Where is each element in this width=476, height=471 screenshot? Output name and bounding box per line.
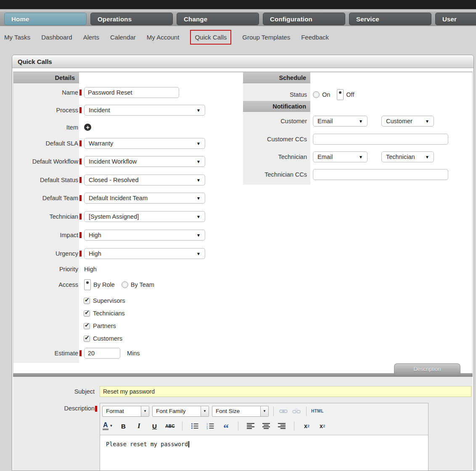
technician-notify-label: Technician bbox=[243, 153, 310, 160]
subject-input[interactable] bbox=[100, 386, 471, 397]
technician-label: Technician bbox=[13, 213, 79, 220]
notification-header: Notification bbox=[243, 101, 310, 112]
subscript-icon[interactable]: x2 bbox=[301, 421, 312, 431]
process-select[interactable]: Incident▼ bbox=[84, 105, 205, 116]
unlink-icon[interactable] bbox=[291, 406, 301, 416]
technicians-label: Technicians bbox=[93, 310, 125, 317]
font-size-select[interactable]: Font Size ▼ bbox=[212, 406, 269, 417]
required-marker bbox=[79, 214, 82, 220]
default-status-label: Default Status bbox=[13, 177, 79, 183]
default-team-select[interactable]: Default Incident Team▼ bbox=[84, 193, 205, 204]
quick-call-form: Details Schedule Notification Name Proce… bbox=[13, 71, 473, 373]
align-right-icon[interactable] bbox=[277, 421, 287, 431]
default-workflow-select[interactable]: Incident Workflow▼ bbox=[84, 156, 205, 167]
chevron-down-icon: ▼ bbox=[359, 155, 363, 159]
chevron-down-icon: ▼ bbox=[260, 406, 268, 416]
editor-content[interactable]: Please reset my password bbox=[100, 435, 428, 471]
italic-icon[interactable]: I bbox=[134, 421, 144, 431]
customer-recipient-select[interactable]: Customer▼ bbox=[381, 116, 434, 127]
description-label: Description bbox=[13, 403, 95, 412]
subnav-group-templates[interactable]: Group Templates bbox=[242, 34, 290, 41]
technician-recipient-select[interactable]: Technician▼ bbox=[381, 151, 434, 162]
chevron-down-icon: ▼ bbox=[196, 159, 201, 164]
quick-calls-panel: Quick Calls Details Schedule Notificatio… bbox=[12, 55, 474, 471]
estimate-input[interactable] bbox=[84, 348, 120, 359]
chevron-down-icon: ▼ bbox=[196, 251, 201, 256]
bullet-list-icon[interactable] bbox=[190, 421, 200, 431]
tab-operations[interactable]: Operations bbox=[90, 13, 173, 25]
urgency-label: Urgency bbox=[13, 250, 79, 257]
subnav-my-tasks[interactable]: My Tasks bbox=[4, 34, 30, 41]
chevron-down-icon: ▼ bbox=[201, 406, 209, 416]
subnav-calendar[interactable]: Calendar bbox=[110, 34, 136, 41]
access-label: Access bbox=[13, 281, 79, 288]
default-workflow-label: Default Workflow bbox=[13, 158, 79, 165]
bold-icon[interactable]: B bbox=[118, 421, 128, 431]
default-sla-select[interactable]: Warranty▼ bbox=[84, 138, 205, 149]
supervisors-label: Supervisors bbox=[93, 297, 125, 304]
subnav-feedback[interactable]: Feedback bbox=[301, 34, 329, 41]
technicians-checkbox[interactable] bbox=[84, 310, 90, 317]
technician-ccs-label: Technician CCs bbox=[243, 171, 310, 178]
urgency-select[interactable]: High▼ bbox=[84, 248, 205, 259]
strikethrough-icon[interactable]: ABC bbox=[165, 421, 175, 431]
schedule-header: Schedule bbox=[243, 72, 310, 83]
access-by-role-radio[interactable] bbox=[84, 279, 91, 290]
align-center-icon[interactable] bbox=[261, 421, 271, 431]
supervisors-checkbox[interactable] bbox=[84, 298, 90, 304]
required-marker bbox=[79, 232, 82, 238]
numbered-list-icon[interactable]: 123 bbox=[205, 421, 215, 431]
tab-change[interactable]: Change bbox=[177, 13, 259, 25]
technician-select[interactable]: [System Assigned]▼ bbox=[84, 211, 205, 222]
partners-label: Partners bbox=[93, 323, 116, 329]
editor-toolbar-row2: A▼ B I U ABC 123 “ bbox=[100, 419, 428, 435]
tab-home[interactable]: Home bbox=[4, 13, 87, 25]
status-off-radio[interactable] bbox=[337, 89, 344, 100]
required-marker bbox=[79, 350, 82, 356]
superscript-icon[interactable]: x2 bbox=[317, 421, 327, 431]
format-select[interactable]: Format ▼ bbox=[102, 406, 149, 417]
status-on-radio[interactable] bbox=[313, 91, 320, 98]
priority-value: High bbox=[84, 266, 97, 273]
plus-circle-icon[interactable]: + bbox=[84, 124, 91, 131]
status-on-label: On bbox=[322, 91, 330, 98]
name-label: Name bbox=[13, 89, 79, 96]
sub-nav: My Tasks Dashboard Alerts Calendar My Ac… bbox=[0, 26, 476, 48]
link-icon[interactable] bbox=[278, 406, 288, 416]
align-left-icon[interactable] bbox=[246, 421, 256, 431]
tab-description[interactable]: Description bbox=[394, 363, 460, 374]
access-by-team-radio[interactable] bbox=[122, 281, 128, 288]
underline-icon[interactable]: U bbox=[149, 421, 159, 431]
tab-configuration[interactable]: Configuration bbox=[263, 13, 345, 25]
default-status-select[interactable]: Closed - Resolved▼ bbox=[84, 175, 205, 185]
technician-ccs-input[interactable] bbox=[313, 169, 448, 180]
html-source-button[interactable]: HTML bbox=[311, 409, 324, 413]
text-cursor bbox=[188, 441, 189, 447]
subnav-alerts[interactable]: Alerts bbox=[83, 34, 99, 41]
customer-method-select[interactable]: Email▼ bbox=[313, 116, 368, 127]
required-marker bbox=[95, 406, 97, 412]
blockquote-icon[interactable]: “ bbox=[221, 421, 231, 431]
name-input[interactable] bbox=[84, 87, 179, 98]
subnav-dashboard[interactable]: Dashboard bbox=[41, 34, 72, 41]
required-marker bbox=[79, 159, 82, 164]
tab-user[interactable]: User bbox=[435, 13, 476, 25]
chevron-down-icon: ▼ bbox=[196, 108, 201, 113]
tab-service[interactable]: Service bbox=[349, 13, 431, 25]
access-by-role-label: By Role bbox=[93, 281, 115, 288]
technician-method-select[interactable]: Email▼ bbox=[313, 151, 368, 162]
subnav-my-account[interactable]: My Account bbox=[147, 34, 180, 41]
editor-toolbar-row1: Format ▼ Font Family ▼ Font Size ▼ bbox=[100, 403, 428, 419]
font-color-icon[interactable]: A▼ bbox=[103, 422, 113, 431]
chevron-down-icon: ▼ bbox=[196, 141, 201, 146]
default-sla-label: Default SLA bbox=[13, 140, 79, 147]
partners-checkbox[interactable] bbox=[84, 323, 90, 329]
customer-ccs-input[interactable] bbox=[313, 134, 448, 145]
chevron-down-icon: ▼ bbox=[425, 155, 429, 159]
impact-select[interactable]: High▼ bbox=[84, 230, 205, 241]
font-family-select[interactable]: Font Family ▼ bbox=[152, 406, 209, 417]
subnav-quick-calls[interactable]: Quick Calls bbox=[190, 30, 231, 45]
required-marker bbox=[79, 195, 82, 201]
customers-checkbox[interactable] bbox=[84, 336, 90, 342]
chevron-down-icon: ▼ bbox=[425, 119, 429, 124]
